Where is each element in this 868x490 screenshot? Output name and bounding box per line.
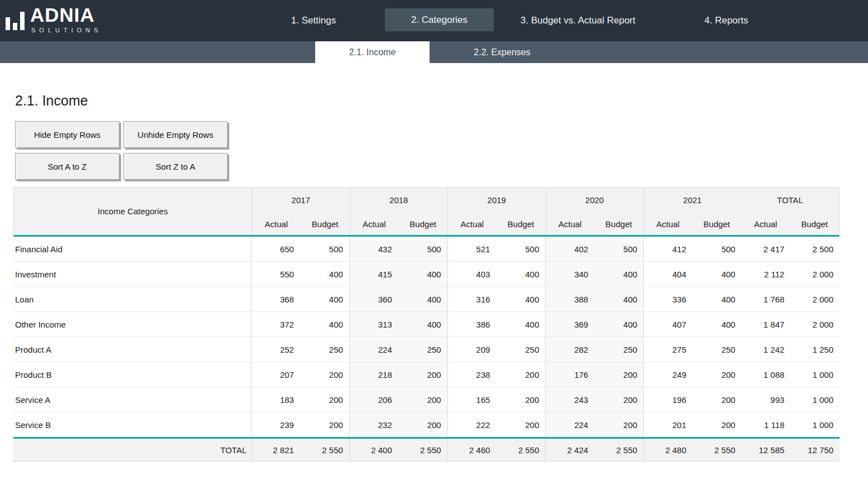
value-cell[interactable]: 313 bbox=[349, 312, 398, 337]
value-cell[interactable]: 432 bbox=[349, 237, 398, 261]
category-cell[interactable]: Product A bbox=[13, 337, 251, 362]
value-cell[interactable]: 400 bbox=[398, 312, 447, 337]
value-cell[interactable]: 402 bbox=[545, 237, 594, 261]
value-cell[interactable]: 2 000 bbox=[790, 312, 840, 337]
value-cell[interactable]: 224 bbox=[545, 412, 594, 437]
value-cell[interactable]: 412 bbox=[643, 237, 692, 261]
unhide-empty-rows-button[interactable]: Unhide Empty Rows bbox=[123, 121, 228, 148]
value-cell[interactable]: 222 bbox=[447, 412, 496, 437]
value-cell[interactable]: 550 bbox=[251, 262, 300, 286]
value-cell[interactable]: 403 bbox=[447, 262, 496, 286]
value-cell[interactable]: 400 bbox=[692, 262, 741, 286]
value-cell[interactable]: 372 bbox=[251, 312, 300, 337]
value-cell[interactable]: 1 000 bbox=[790, 412, 840, 437]
value-cell[interactable]: 275 bbox=[643, 337, 692, 362]
value-cell[interactable]: 500 bbox=[398, 237, 447, 261]
value-cell[interactable]: 500 bbox=[300, 237, 349, 261]
value-cell[interactable]: 400 bbox=[300, 312, 349, 337]
value-cell[interactable]: 200 bbox=[300, 362, 349, 387]
value-cell[interactable]: 207 bbox=[251, 362, 300, 387]
subtab-expenses[interactable]: 2.2. Expenses bbox=[435, 41, 569, 63]
value-cell[interactable]: 206 bbox=[349, 387, 398, 412]
category-cell[interactable]: Service A bbox=[13, 387, 251, 412]
nav-tab-categories[interactable]: 2. Categories bbox=[385, 8, 494, 31]
category-cell[interactable]: Loan bbox=[13, 287, 251, 311]
value-cell[interactable]: 316 bbox=[447, 287, 496, 311]
value-cell[interactable]: 232 bbox=[349, 412, 398, 437]
value-cell[interactable]: 2 000 bbox=[790, 287, 840, 311]
value-cell[interactable]: 1 118 bbox=[741, 412, 790, 437]
value-cell[interactable]: 176 bbox=[545, 362, 594, 387]
subtab-income[interactable]: 2.1. Income bbox=[315, 41, 430, 63]
total-value-cell[interactable]: 2 550 bbox=[300, 439, 349, 461]
value-cell[interactable]: 415 bbox=[349, 262, 398, 286]
value-cell[interactable]: 1 000 bbox=[790, 362, 840, 387]
value-cell[interactable]: 200 bbox=[496, 387, 546, 412]
value-cell[interactable]: 183 bbox=[251, 387, 300, 412]
value-cell[interactable]: 250 bbox=[300, 337, 349, 362]
value-cell[interactable]: 200 bbox=[692, 362, 741, 387]
category-cell[interactable]: Service B bbox=[13, 412, 251, 437]
value-cell[interactable]: 165 bbox=[447, 387, 496, 412]
value-cell[interactable]: 369 bbox=[545, 312, 594, 337]
value-cell[interactable]: 250 bbox=[398, 337, 447, 362]
value-cell[interactable]: 1 088 bbox=[741, 362, 790, 387]
value-cell[interactable]: 388 bbox=[545, 287, 594, 311]
value-cell[interactable]: 2 417 bbox=[741, 237, 790, 261]
value-cell[interactable]: 400 bbox=[496, 312, 546, 337]
value-cell[interactable]: 400 bbox=[594, 287, 643, 311]
nav-tab-settings[interactable]: 1. Settings bbox=[291, 0, 336, 41]
total-value-cell[interactable]: 2 400 bbox=[349, 439, 398, 461]
total-value-cell[interactable]: 2 550 bbox=[496, 439, 546, 461]
nav-tab-budget-vs-actual[interactable]: 3. Budget vs. Actual Report bbox=[520, 0, 635, 41]
value-cell[interactable]: 200 bbox=[594, 387, 643, 412]
value-cell[interactable]: 1 000 bbox=[790, 387, 840, 412]
value-cell[interactable]: 1 242 bbox=[741, 337, 790, 362]
sort-a-to-z-button[interactable]: Sort A to Z bbox=[15, 153, 119, 180]
value-cell[interactable]: 243 bbox=[545, 387, 594, 412]
value-cell[interactable]: 200 bbox=[398, 412, 447, 437]
value-cell[interactable]: 196 bbox=[643, 387, 692, 412]
value-cell[interactable]: 400 bbox=[692, 312, 741, 337]
value-cell[interactable]: 400 bbox=[398, 262, 447, 286]
category-cell[interactable]: Investment bbox=[13, 262, 251, 286]
total-value-cell[interactable]: 2 460 bbox=[447, 439, 496, 461]
sort-z-to-a-button[interactable]: Sort Z to A bbox=[123, 153, 228, 180]
value-cell[interactable]: 400 bbox=[594, 312, 643, 337]
total-value-cell[interactable]: 12 585 bbox=[741, 439, 790, 461]
value-cell[interactable]: 1 847 bbox=[741, 312, 790, 337]
value-cell[interactable]: 500 bbox=[496, 237, 546, 261]
value-cell[interactable]: 1 768 bbox=[741, 287, 790, 311]
total-value-cell[interactable]: 2 424 bbox=[545, 439, 594, 461]
value-cell[interactable]: 360 bbox=[349, 287, 398, 311]
value-cell[interactable]: 200 bbox=[398, 362, 447, 387]
total-value-cell[interactable]: 2 550 bbox=[594, 439, 643, 461]
value-cell[interactable]: 200 bbox=[398, 387, 447, 412]
value-cell[interactable]: 340 bbox=[545, 262, 594, 286]
hide-empty-rows-button[interactable]: Hide Empty Rows bbox=[15, 121, 119, 148]
value-cell[interactable]: 407 bbox=[643, 312, 692, 337]
category-cell[interactable]: Other Income bbox=[13, 312, 251, 337]
value-cell[interactable]: 200 bbox=[594, 362, 643, 387]
value-cell[interactable]: 200 bbox=[300, 387, 349, 412]
total-value-cell[interactable]: 2 550 bbox=[692, 439, 741, 461]
value-cell[interactable]: 209 bbox=[447, 337, 496, 362]
value-cell[interactable]: 386 bbox=[447, 312, 496, 337]
value-cell[interactable]: 200 bbox=[496, 412, 546, 437]
value-cell[interactable]: 2 000 bbox=[790, 262, 840, 286]
value-cell[interactable]: 218 bbox=[349, 362, 398, 387]
value-cell[interactable]: 200 bbox=[300, 412, 349, 437]
value-cell[interactable]: 249 bbox=[643, 362, 692, 387]
value-cell[interactable]: 400 bbox=[398, 287, 447, 311]
value-cell[interactable]: 404 bbox=[643, 262, 692, 286]
total-value-cell[interactable]: 2 550 bbox=[398, 439, 447, 461]
value-cell[interactable]: 500 bbox=[692, 237, 741, 261]
value-cell[interactable]: 252 bbox=[251, 337, 300, 362]
value-cell[interactable]: 400 bbox=[300, 262, 349, 286]
value-cell[interactable]: 400 bbox=[496, 287, 546, 311]
value-cell[interactable]: 993 bbox=[741, 387, 790, 412]
value-cell[interactable]: 282 bbox=[545, 337, 594, 362]
value-cell[interactable]: 200 bbox=[594, 412, 643, 437]
value-cell[interactable]: 200 bbox=[692, 387, 741, 412]
category-cell[interactable]: Financial Aid bbox=[13, 237, 251, 261]
